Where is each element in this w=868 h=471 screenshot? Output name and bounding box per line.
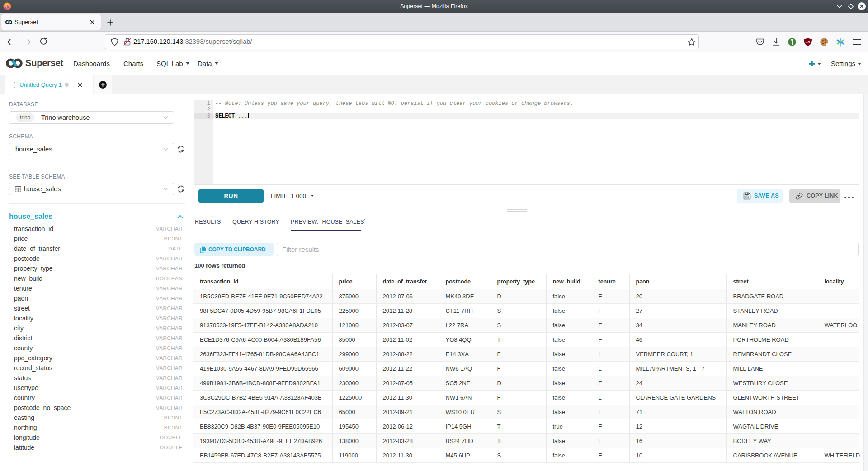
svg-text:uO: uO: [806, 40, 811, 44]
